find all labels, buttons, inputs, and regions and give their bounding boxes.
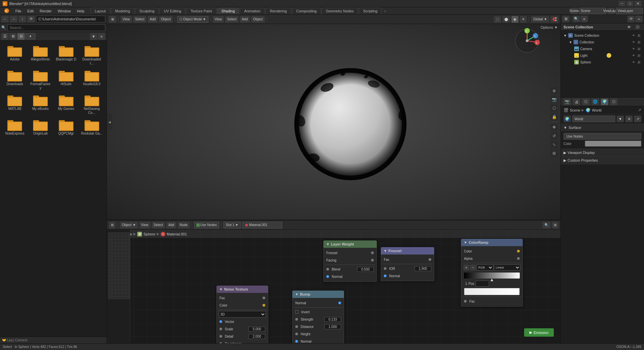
tab-texture-paint[interactable]: Texture Paint	[186, 8, 216, 14]
node-editor-search[interactable]: 🔍	[542, 222, 550, 228]
filter-button[interactable]: ▼	[90, 33, 97, 40]
node-fresnel[interactable]: ▼ Fresnel Fac IOR 1.900	[381, 247, 434, 281]
outliner-item-camera[interactable]: 📷 Camera 👁 🎥	[562, 45, 643, 52]
search-input[interactable]	[7, 24, 105, 31]
scene-selector[interactable]: Scene	[571, 8, 578, 14]
node-add[interactable]: Add	[166, 222, 176, 228]
viewport-object[interactable]: Object	[251, 16, 265, 23]
folder-originlab[interactable]: OriginLab	[28, 118, 53, 137]
add-menu[interactable]: Add	[148, 16, 158, 23]
custom-properties-section-header[interactable]: ▶ Custom Properties	[561, 157, 644, 164]
tab-geometry-nodes[interactable]: Geometry Nodes	[322, 8, 358, 14]
outliner-filter-button[interactable]: 🔍	[573, 16, 580, 22]
node-bump[interactable]: ▼ Bump Normal Invert	[292, 291, 344, 343]
navigation-gizmo[interactable]: Y X Z	[514, 27, 540, 54]
scene-collection-eye-button[interactable]: 👁	[631, 33, 636, 38]
collection-render-button[interactable]: 🎥	[637, 40, 641, 44]
folder-allegorithmic[interactable]: Allegorithmic	[28, 43, 53, 67]
scene-dropdown[interactable]: Scene	[579, 8, 606, 14]
material-shading[interactable]: ◉	[511, 16, 518, 23]
world-browse-button[interactable]: ▼	[617, 116, 624, 122]
cr-color-swatch[interactable]	[464, 288, 520, 295]
menu-blender[interactable]: B	[1, 7, 12, 15]
folder-mygames[interactable]: My Games	[54, 93, 78, 116]
blend-value[interactable]: 0.500	[357, 267, 374, 272]
world-options-button[interactable]: ↗	[634, 116, 641, 122]
folder-blackmagic[interactable]: Blackmagic D	[54, 43, 78, 67]
tab-layout[interactable]: Layout	[91, 8, 110, 14]
props-world-icon[interactable]: 🌍	[601, 99, 608, 105]
outliner-item-collection[interactable]: ▼ □ Collection 👁 🎥	[562, 39, 643, 45]
props-render-icon[interactable]: 📷	[564, 99, 571, 105]
folder-adobe[interactable]: Adobe	[3, 43, 27, 67]
wb-options-button[interactable]: ↗	[638, 108, 641, 113]
world-unlink-button[interactable]: ✕	[625, 116, 633, 122]
solid-shading[interactable]: ⬤	[502, 16, 510, 23]
outliner-type-icon[interactable]: ⊞	[562, 16, 570, 22]
camera-render-button[interactable]: 🎥	[637, 46, 641, 51]
cr-remove-stop-button[interactable]: −	[470, 265, 476, 271]
close-button[interactable]: ✕	[635, 1, 641, 6]
node-node[interactable]: Node	[178, 222, 190, 228]
outliner-new-button[interactable]: +	[635, 16, 643, 22]
surface-section-header[interactable]: ▼ Surface	[561, 124, 644, 131]
menu-window[interactable]: Window	[55, 8, 73, 14]
scene-collection-render-button[interactable]: 🎥	[637, 33, 641, 38]
object-menu[interactable]: Object	[159, 16, 173, 23]
select-menu[interactable]: Select	[133, 16, 147, 23]
node-colorramp[interactable]: ▼ ColorRamp Color Alpha	[461, 239, 523, 307]
node-view[interactable]: View	[139, 222, 151, 228]
cr-pos-input[interactable]	[476, 281, 489, 287]
folder-myebooks[interactable]: My eBooks	[28, 93, 53, 116]
use-nodes-toggle[interactable]: Use Nodes	[194, 222, 219, 228]
maximize-button[interactable]: □	[627, 1, 633, 6]
world-type-icon[interactable]: 🌍	[564, 116, 571, 122]
bump-invert-checkbox[interactable]	[295, 310, 299, 314]
node-noise-texture[interactable]: ▼ Noise Texture Fac Color	[216, 286, 268, 343]
collection-eye-button[interactable]: 👁	[631, 40, 636, 44]
noise-detail-value[interactable]: 2.000	[249, 334, 265, 339]
props-object-icon[interactable]: ⬡	[610, 99, 618, 105]
camera-eye-button[interactable]: 👁	[631, 46, 636, 51]
up-button[interactable]: ↑	[19, 16, 26, 22]
folder-netsarang[interactable]: NetSarang Co...	[79, 93, 104, 116]
colorramp-gradient[interactable]	[464, 273, 520, 279]
zoom-to-fit-icon[interactable]: ⊕	[550, 87, 558, 95]
tab-sculpting[interactable]: Sculpting	[135, 8, 159, 14]
color-picker[interactable]	[585, 141, 641, 147]
rendered-shading[interactable]: ☀	[520, 16, 527, 23]
folder-noteexpress[interactable]: NoteExpress	[3, 118, 27, 137]
global-transform[interactable]: Global ▼	[531, 16, 549, 23]
light-render-button[interactable]: 🎥	[637, 53, 641, 58]
use-nodes-button[interactable]: Use Nodes	[564, 133, 641, 140]
tab-shading[interactable]: Shading	[217, 8, 239, 14]
snap-button[interactable]: 🧲	[550, 16, 558, 23]
grid-view-button[interactable]: ⊟	[17, 33, 25, 40]
bump-strength-value[interactable]: 0.133	[324, 317, 341, 322]
menu-file[interactable]: File	[13, 8, 24, 14]
world-name-field[interactable]: World	[572, 116, 615, 122]
menu-help[interactable]: Help	[74, 8, 87, 14]
outliner-item-light[interactable]: 💡 Light 👁 🎥	[562, 52, 643, 59]
path-input[interactable]	[36, 16, 105, 22]
light-eye-button[interactable]: 👁	[631, 53, 636, 58]
view-layer-selector[interactable]: ViewLayer	[607, 8, 615, 14]
emission-button[interactable]: ▶ Emission	[524, 328, 554, 337]
rotate-tool-icon[interactable]: ↺	[550, 132, 558, 140]
perspective-icon[interactable]: ⬡	[550, 105, 558, 112]
material-selector[interactable]: Material.001	[242, 222, 282, 228]
forward-button[interactable]: →	[10, 16, 17, 22]
tab-animation[interactable]: Animation	[240, 8, 265, 14]
folder-houdini[interactable]: houdini18.0	[79, 68, 104, 92]
back-button[interactable]: ←	[1, 16, 9, 22]
move-tool-icon[interactable]: ✥	[550, 124, 558, 131]
node-select[interactable]: Select	[152, 222, 165, 228]
props-scene-icon[interactable]: 🌐	[592, 99, 599, 105]
node-editor-frame-selected[interactable]: ⊞	[552, 222, 558, 228]
folder-formatfactory[interactable]: FormatFactory	[28, 68, 53, 92]
outliner-eye-toggle[interactable]: 👁	[625, 24, 633, 30]
sphere-eye-button[interactable]: 👁	[631, 60, 636, 64]
tab-scripting[interactable]: Scripting	[359, 8, 382, 14]
camera-view-icon[interactable]: 📷	[550, 96, 558, 103]
list-view-button[interactable]: ☰	[1, 33, 9, 40]
